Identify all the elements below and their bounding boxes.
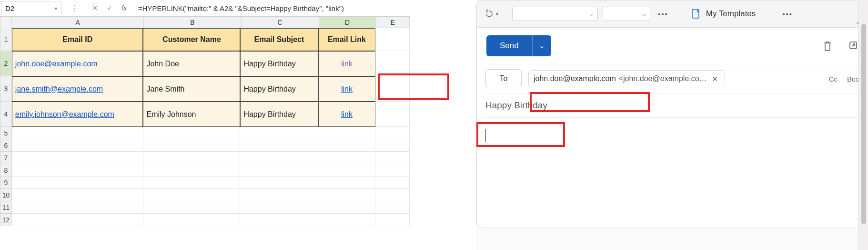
cell[interactable] (375, 127, 410, 139)
confirm-icon[interactable]: ✓ (107, 4, 113, 12)
row-header[interactable]: 9 (0, 177, 12, 189)
cell-link[interactable]: link (318, 102, 376, 127)
cell[interactable] (240, 201, 318, 214)
select-all-corner[interactable] (0, 17, 12, 28)
name-box-dropdown-icon[interactable]: ▾ (50, 6, 57, 11)
cell[interactable] (318, 152, 376, 164)
cell-email[interactable]: emily.johnson@example.com (12, 102, 143, 127)
cell[interactable] (240, 127, 318, 139)
cell-subject[interactable]: Happy Birthday (240, 102, 318, 127)
fx-label[interactable]: fx (121, 4, 127, 12)
email-body-editor[interactable] (477, 118, 868, 155)
cell[interactable] (240, 177, 318, 189)
row-header[interactable]: 2 (0, 51, 12, 76)
cell[interactable] (375, 51, 410, 76)
cell[interactable] (12, 189, 143, 201)
send-button[interactable]: Send (486, 35, 532, 56)
row-header[interactable]: 1 (0, 28, 12, 51)
cell-subject[interactable]: Happy Birthday (240, 51, 318, 76)
cell[interactable] (375, 28, 410, 51)
formula-input[interactable]: =HYPERLINK("mailto:" & A2& "&Subject=Hap… (135, 1, 410, 15)
cell-name[interactable]: Emily Johnson (143, 102, 240, 127)
cancel-icon[interactable]: ✕ (92, 4, 98, 12)
cell-name[interactable]: John Doe (143, 51, 240, 76)
subject-field[interactable]: Happy Birthday (477, 94, 868, 117)
cell[interactable] (143, 189, 241, 201)
cell[interactable] (12, 164, 143, 177)
cell[interactable] (240, 139, 318, 152)
cell[interactable] (12, 152, 143, 164)
style-dropdown[interactable]: ⌵ (512, 7, 598, 21)
cell[interactable] (12, 127, 143, 139)
delete-draft-button[interactable] (823, 41, 832, 51)
cell[interactable] (375, 189, 410, 201)
cell-email[interactable]: john.doe@example.com (12, 51, 143, 76)
col-header-a[interactable]: A (12, 17, 144, 28)
remove-recipient-icon[interactable]: ✕ (710, 74, 720, 83)
header-email-id[interactable]: Email ID (12, 28, 143, 51)
cell[interactable] (375, 214, 410, 226)
cell[interactable] (375, 139, 410, 152)
bcc-button[interactable]: Bcc (847, 75, 859, 83)
cell[interactable] (318, 201, 376, 214)
cell[interactable] (375, 102, 410, 127)
cell[interactable] (375, 164, 410, 177)
row-header[interactable]: 12 (0, 214, 12, 226)
col-header-b[interactable]: B (144, 17, 241, 28)
row-header[interactable]: 6 (0, 139, 12, 152)
row-header[interactable]: 4 (0, 102, 12, 127)
my-templates-button[interactable]: My Templates (691, 9, 756, 19)
cell[interactable] (12, 177, 143, 189)
row-header[interactable]: 3 (0, 76, 12, 102)
popout-button[interactable] (848, 41, 858, 51)
size-dropdown[interactable]: ⌵ (603, 7, 650, 21)
col-header-d[interactable]: D (319, 17, 376, 28)
cell[interactable] (318, 139, 376, 152)
col-header-c[interactable]: C (242, 17, 319, 28)
cell[interactable] (12, 139, 143, 152)
cell-name[interactable]: Jane Smith (143, 76, 240, 102)
cell[interactable] (318, 214, 376, 226)
cell[interactable] (143, 164, 241, 177)
cell[interactable] (240, 164, 318, 177)
row-header[interactable]: 7 (0, 152, 12, 164)
cell[interactable] (240, 152, 318, 164)
header-email-subject[interactable]: Email Subject (240, 28, 318, 51)
col-header-e[interactable]: E (376, 17, 410, 28)
cell[interactable] (143, 127, 241, 139)
header-customer-name[interactable]: Customer Name (143, 28, 240, 51)
row-header[interactable]: 8 (0, 164, 12, 177)
cell[interactable] (143, 139, 241, 152)
row-header[interactable]: 10 (0, 189, 12, 201)
cc-button[interactable]: Cc (829, 75, 838, 83)
scrollbar-thumb[interactable] (861, 24, 866, 224)
to-button[interactable]: To (485, 69, 522, 88)
cell[interactable] (318, 127, 376, 139)
cell-subject[interactable]: Happy Birthday (240, 76, 318, 102)
name-box[interactable]: D2 ▾ (1, 1, 61, 15)
cell[interactable] (375, 76, 410, 102)
cell-link[interactable]: link (318, 76, 376, 102)
cell[interactable] (12, 201, 143, 214)
header-email-link[interactable]: Email Link (318, 28, 376, 51)
row-header[interactable]: 5 (0, 127, 12, 139)
cell[interactable] (143, 201, 241, 214)
cell[interactable] (143, 152, 241, 164)
cell-email[interactable]: jane.smith@example.com (12, 76, 143, 102)
cell[interactable] (375, 201, 410, 214)
cell[interactable] (318, 164, 376, 177)
cell[interactable] (143, 177, 241, 189)
cell[interactable] (240, 189, 318, 201)
row-header[interactable]: 11 (0, 201, 12, 214)
cell[interactable] (143, 214, 241, 226)
vertical-scrollbar[interactable] (858, 0, 868, 250)
cell[interactable] (12, 214, 143, 226)
more-button[interactable]: ••• (779, 10, 796, 18)
cell[interactable] (375, 177, 410, 189)
more-formatting-button[interactable]: ••• (655, 10, 671, 18)
send-options-dropdown[interactable]: ⌄ (532, 35, 551, 56)
recipient-chip[interactable]: john.doe@example.com <john.doe@example.c… (528, 70, 725, 87)
cell[interactable] (318, 189, 376, 201)
undo-button[interactable]: ▾ (484, 9, 507, 19)
cell-link[interactable]: link (318, 51, 376, 76)
